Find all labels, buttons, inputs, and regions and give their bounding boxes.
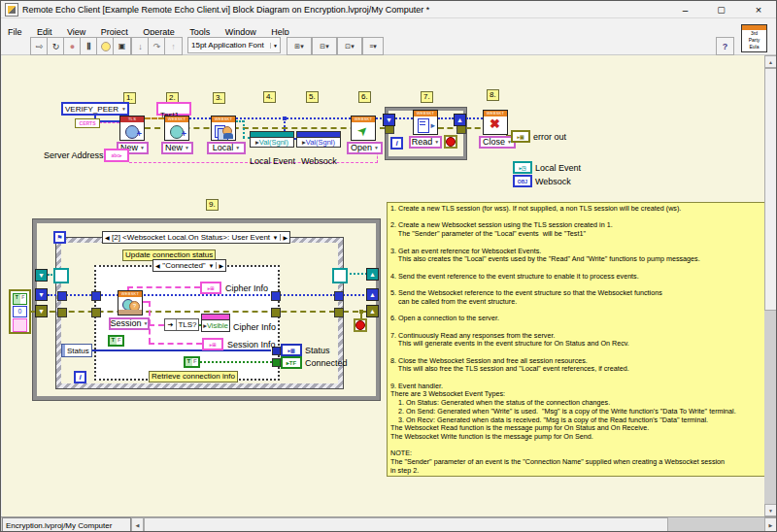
case-dropdown-icon[interactable]: ▼	[206, 263, 216, 269]
scroll-left-icon[interactable]: ◀	[131, 517, 144, 532]
event-next-arrow-icon[interactable]: ▶	[280, 234, 289, 241]
bottom-bar: Encryption.lvproj/My Computer ◀ ▶	[1, 516, 777, 532]
case-prev-arrow-icon[interactable]: ◀	[153, 262, 162, 269]
websock-caption: Websock	[301, 156, 337, 166]
tunnel-error-case-left	[91, 308, 101, 317]
valsgnl-websock-node[interactable]: ▸Val(Sgnl)	[296, 131, 341, 148]
event-prev-arrow-icon[interactable]: ◀	[103, 234, 112, 241]
websocket-new-node-icon[interactable]: WEBSKT +	[164, 116, 189, 141]
maximize-button[interactable]: ▢	[703, 1, 739, 18]
toolbar: ⇨ ↻ ● Ⅱ ▣ ↓ ↷ ↑ 15pt Application Font ▼ …	[1, 35, 777, 55]
stop-sign-icon	[355, 320, 365, 330]
resize-objects-dropdown[interactable]: ⊡▾	[337, 37, 362, 55]
selector-arrow-icon: ▼	[434, 138, 439, 147]
iteration-terminal-read-loop: i	[390, 137, 403, 150]
shift-register-left-error[interactable]: ▼	[35, 305, 48, 317]
event-structure-selector[interactable]: ◀ [2] <Websocket Local.On Status>: User …	[102, 231, 290, 244]
wire-websock-after-loop	[466, 117, 483, 119]
font-selector-value: 15pt Application Font	[188, 41, 270, 50]
context-tab[interactable]: Encryption.lvproj/My Computer	[2, 517, 131, 532]
event-dropdown-icon[interactable]: ▼	[270, 235, 280, 241]
font-selector[interactable]: 15pt Application Font ▼	[187, 37, 281, 53]
minimize-button[interactable]: –	[667, 1, 703, 18]
selector-arrow-icon: ▼	[140, 144, 145, 152]
valsgnl-localevent-label: Val(Sgnl)	[259, 138, 288, 147]
websocket-open-node-icon[interactable]: WEBSKT ➤	[351, 116, 376, 141]
retain-wire-values-icon[interactable]: ▣	[113, 37, 131, 55]
step-out-button[interactable]: ↑	[164, 37, 183, 55]
wire-read-in	[395, 117, 413, 119]
websocket-close-node-icon[interactable]: WEBSKT ✖	[483, 110, 508, 135]
shift-register-right-error[interactable]: ▲	[366, 305, 379, 317]
tls-unbundle-node[interactable]: ➔ TLS?	[164, 318, 199, 331]
websocket-events-selector[interactable]: Local ▼	[207, 142, 246, 154]
status-node-selector-label: Session	[111, 319, 142, 328]
shift-register-right-websock[interactable]: ▲	[366, 288, 379, 301]
enum-dropdown-icon: ▼	[121, 106, 127, 112]
tunnel-websock-case-right	[271, 291, 281, 301]
true-constant-2[interactable]: T F	[184, 356, 200, 368]
shift-register-loop7-left[interactable]: ▼	[383, 114, 395, 126]
case-selector-label: "Connected"	[162, 261, 207, 270]
websocket-close-selector-label: Close	[483, 138, 505, 147]
tunnel-reg-events-right	[332, 268, 348, 283]
retrieve-connection-info-label: Retrieve connection info	[149, 371, 238, 382]
local-event-indicator: ▸◳	[513, 161, 532, 174]
websocket-open-selector[interactable]: Open ▼	[347, 142, 383, 154]
step-label-4: 4.	[263, 91, 276, 103]
labview-window: Remote Echo Client [Example Remote Echo …	[0, 0, 777, 532]
true-constant-1[interactable]: T F	[108, 335, 124, 347]
obj-glyph: OBJ	[518, 179, 527, 184]
websocket-status-node-icon[interactable]: WEBSKT ?	[118, 290, 143, 316]
session-info-label: Session Info	[227, 340, 276, 349]
websock-indicator: OBJ	[513, 175, 532, 187]
websocket-read-node-icon[interactable]: WEBSKT ▸	[413, 110, 438, 135]
step-label-8: 8.	[487, 89, 499, 101]
close-button[interactable]: ×	[739, 1, 777, 18]
error-out-label: error out	[533, 132, 566, 142]
cipher-info-prop-label: Cipher Info	[233, 322, 276, 332]
verify-peer-enum[interactable]: VERIFY_PEER ▼	[61, 102, 129, 116]
horizontal-scrollbar-thumb[interactable]	[144, 517, 668, 532]
loop-condition-terminal-main[interactable]	[354, 318, 367, 332]
case-structure-selector[interactable]: ◀ "Connected" ▼ ▶	[152, 259, 226, 272]
wire-websock-loop-right	[343, 294, 368, 296]
visible-property-node[interactable]: ▸Visible	[201, 314, 230, 332]
status-node-selector-arrow-icon: ▼	[144, 319, 149, 328]
case-next-arrow-icon[interactable]: ▶	[216, 262, 225, 269]
tls-new-node-icon[interactable]: TLS +	[119, 116, 145, 141]
tunnel-error-case-right	[271, 308, 281, 317]
tunnel-error-event-right	[334, 308, 344, 317]
vertical-scrollbar-thumb[interactable]	[764, 68, 777, 311]
test1-string-constant[interactable]: Test1	[156, 102, 191, 116]
websocket-new-selector[interactable]: New ▼	[161, 142, 193, 154]
status-node-selector[interactable]: Session ▼	[109, 317, 150, 330]
shift-register-left-websock[interactable]: ▼	[35, 288, 48, 301]
shift-register-left-localevent[interactable]: ▼	[35, 269, 48, 282]
tls-banner: TLS	[120, 116, 144, 122]
error-cluster-constant[interactable]: T F 0	[9, 289, 31, 334]
scroll-down-icon[interactable]: ▼	[764, 504, 777, 516]
distribute-objects-dropdown[interactable]: ⊟▾	[312, 37, 337, 55]
help-button[interactable]: ?	[716, 37, 734, 55]
loop-condition-terminal-read[interactable]	[444, 135, 457, 149]
align-objects-dropdown[interactable]: ⊞▾	[287, 37, 312, 55]
shift-register-loop7-right[interactable]: ▲	[454, 114, 466, 126]
websocket-events-node-icon[interactable]: WEBSKT	[211, 116, 236, 141]
dynamic-event-terminal[interactable]: ⚑	[53, 231, 66, 244]
vertical-scrollbar[interactable]: ▲ ▼	[764, 55, 777, 516]
valsgnl-localevent-node[interactable]: ▸Val(Sgnl)	[250, 131, 294, 148]
reorder-dropdown[interactable]: ≡▾	[362, 37, 384, 55]
control-arrow-icon: ▸	[119, 152, 122, 158]
valsgnl-websock-label: Val(Sgnl)	[306, 138, 335, 147]
scroll-right-icon[interactable]: ▶	[764, 517, 777, 532]
server-address-control[interactable]: abc▸	[104, 149, 129, 162]
shift-register-right-localevent[interactable]: ▲	[366, 268, 379, 281]
wire-cipher-top-h	[127, 286, 200, 288]
certs-constant[interactable]: CERTS	[75, 118, 100, 128]
cipher-info-top-indicator: ▸⊞	[200, 282, 221, 294]
scroll-up-icon[interactable]: ▲	[764, 55, 777, 68]
context-tab-label: Encryption.lvproj/My Computer	[3, 521, 112, 530]
vi-icon-badge[interactable]: 3rd Party Eula	[741, 24, 767, 52]
websocket-read-selector[interactable]: Read ▼	[409, 136, 442, 149]
